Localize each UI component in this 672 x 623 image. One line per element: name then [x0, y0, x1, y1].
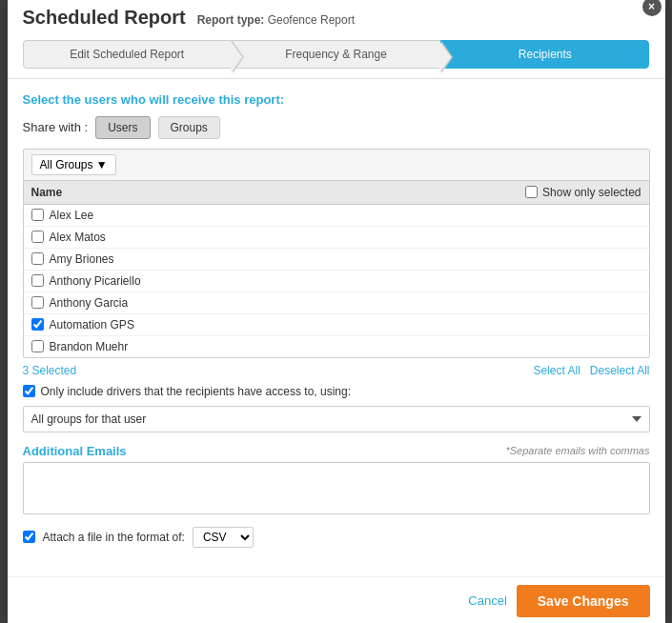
attach-checkbox[interactable] — [23, 531, 35, 543]
user-checkbox-automation-gps[interactable] — [31, 318, 44, 331]
drivers-checkbox[interactable] — [23, 385, 35, 397]
user-row: Anthony Picariello — [24, 271, 649, 292]
user-name: Alex Lee — [50, 209, 94, 222]
groups-toggle-button[interactable]: Groups — [158, 116, 220, 139]
user-row: Amy Briones — [24, 249, 649, 271]
user-checkbox-amy-briones[interactable] — [31, 252, 44, 265]
show-only-selected-checkbox[interactable] — [525, 186, 538, 198]
all-groups-dropdown[interactable]: All Groups ▼ — [31, 154, 116, 175]
user-checkbox-alex-lee[interactable] — [31, 209, 44, 221]
emails-hint: *Separate emails with commas — [505, 445, 649, 456]
modal-body: Select the users who will receive this r… — [8, 79, 665, 576]
drivers-label: Only include drivers that the recipients… — [41, 385, 352, 398]
modal: × Scheduled Report Report type: Geofence… — [8, 0, 665, 623]
user-checkbox-anthony-garcia[interactable] — [31, 296, 44, 309]
col-name-header: Name — [31, 186, 526, 199]
groups-select[interactable]: All groups for that user Specific groups — [23, 406, 650, 432]
user-name: Anthony Picariello — [50, 274, 141, 288]
user-name: Anthony Garcia — [50, 296, 129, 310]
step-frequency[interactable]: Frequency & Range — [232, 40, 440, 69]
save-changes-button[interactable]: Save Changes — [517, 585, 650, 617]
drivers-row: Only include drivers that the recipients… — [23, 385, 650, 398]
close-button[interactable]: × — [642, 0, 662, 16]
modal-overlay: × Scheduled Report Report type: Geofence… — [0, 0, 672, 623]
selection-row: 3 Selected Select All Deselect All — [23, 364, 650, 377]
emails-textarea[interactable] — [23, 462, 650, 514]
modal-header: Scheduled Report Report type: Geofence R… — [8, 0, 665, 79]
user-row: Alex Lee — [24, 205, 649, 227]
additional-emails-label: Additional Emails — [23, 444, 127, 458]
table-toolbar: All Groups ▼ — [24, 150, 649, 181]
attach-label: Attach a file in the format of: — [43, 531, 185, 544]
user-checkbox-alex-matos[interactable] — [31, 231, 44, 243]
groups-select-row: All groups for that user Specific groups — [23, 406, 650, 432]
show-only-selected[interactable]: Show only selected — [525, 186, 641, 199]
steps-nav: Edit Scheduled Report Frequency & Range … — [23, 40, 650, 69]
additional-emails-header: Additional Emails *Separate emails with … — [23, 444, 650, 458]
users-table-container: All Groups ▼ Name Show only selected Ale… — [23, 149, 650, 358]
user-name: Alex Matos — [50, 231, 106, 244]
user-checkbox-brandon-muehr[interactable] — [31, 340, 44, 352]
cancel-button[interactable]: Cancel — [468, 593, 506, 608]
title-row: Scheduled Report Report type: Geofence R… — [23, 7, 650, 29]
users-list: Alex Lee Alex Matos Amy Briones Anthony … — [24, 205, 649, 357]
step-edit[interactable]: Edit Scheduled Report — [23, 40, 232, 69]
users-toggle-button[interactable]: Users — [95, 116, 150, 139]
user-row: Brandon Muehr — [24, 336, 649, 357]
user-name: Automation GPS — [50, 318, 134, 332]
share-with-row: Share with : Users Groups — [23, 116, 650, 139]
select-all-link[interactable]: Select All — [533, 364, 580, 377]
deselect-all-link[interactable]: Deselect All — [590, 364, 650, 377]
modal-title: Scheduled Report — [23, 7, 186, 29]
section-title: Select the users who will receive this r… — [23, 92, 650, 107]
modal-footer: Cancel Save Changes — [8, 576, 665, 624]
user-name: Amy Briones — [50, 252, 114, 266]
share-with-label: Share with : — [23, 120, 89, 134]
step-recipients[interactable]: Recipients — [440, 40, 649, 69]
attach-row: Attach a file in the format of: CSV PDF … — [23, 527, 650, 548]
format-select[interactable]: CSV PDF Excel — [193, 527, 254, 548]
user-name: Brandon Muehr — [50, 340, 129, 353]
user-row: Automation GPS — [24, 314, 649, 336]
user-row: Alex Matos — [24, 227, 649, 249]
table-header: Name Show only selected — [24, 181, 649, 205]
show-only-selected-label: Show only selected — [542, 186, 641, 199]
user-checkbox-anthony-picariello[interactable] — [31, 274, 44, 287]
user-row: Anthony Garcia — [24, 292, 649, 314]
report-type-label: Report type: Geofence Report — [197, 13, 355, 27]
selected-count: 3 Selected — [23, 364, 77, 377]
select-links: Select All Deselect All — [533, 364, 649, 377]
